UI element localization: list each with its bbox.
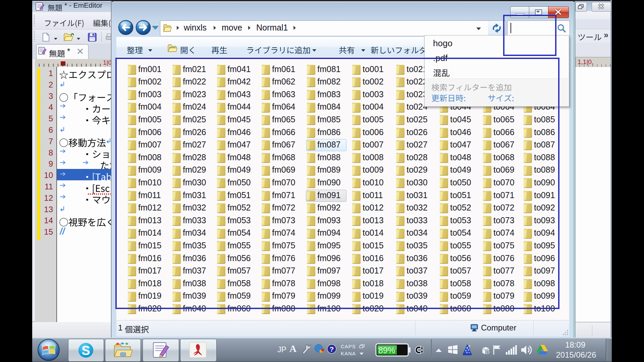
svg-text:89%: 89%: [378, 346, 395, 355]
svg-text:S: S: [82, 344, 90, 358]
svg-text:?: ?: [330, 345, 334, 353]
svg-text:II: II: [487, 351, 489, 354]
